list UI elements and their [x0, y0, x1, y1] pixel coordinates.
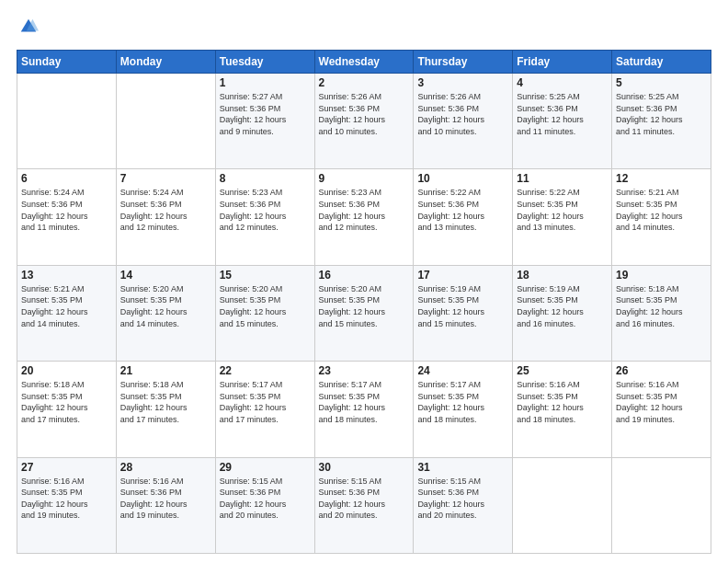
day-number: 17: [417, 269, 508, 282]
calendar-cell: 6Sunrise: 5:24 AM Sunset: 5:36 PM Daylig…: [17, 169, 117, 265]
calendar-cell: 23Sunrise: 5:17 AM Sunset: 5:35 PM Dayli…: [314, 362, 414, 457]
calendar-cell: 17Sunrise: 5:19 AM Sunset: 5:35 PM Dayli…: [414, 265, 513, 361]
day-info: Sunrise: 5:20 AM Sunset: 5:35 PM Dayligh…: [220, 283, 311, 329]
day-number: 9: [319, 172, 410, 185]
calendar-cell: 28Sunrise: 5:16 AM Sunset: 5:36 PM Dayli…: [116, 457, 215, 553]
day-info: Sunrise: 5:20 AM Sunset: 5:35 PM Dayligh…: [120, 283, 211, 329]
day-number: 25: [517, 364, 608, 377]
weekday-header-sunday: Sunday: [17, 51, 117, 74]
calendar-cell: 11Sunrise: 5:22 AM Sunset: 5:35 PM Dayli…: [513, 169, 612, 265]
day-info: Sunrise: 5:18 AM Sunset: 5:35 PM Dayligh…: [616, 283, 707, 329]
calendar-cell: 9Sunrise: 5:23 AM Sunset: 5:36 PM Daylig…: [314, 169, 414, 265]
calendar-header-row: SundayMondayTuesdayWednesdayThursdayFrid…: [17, 51, 711, 74]
calendar-cell: 1Sunrise: 5:27 AM Sunset: 5:36 PM Daylig…: [215, 74, 314, 169]
day-number: 19: [616, 269, 707, 282]
day-number: 1: [220, 76, 311, 89]
day-number: 18: [517, 269, 608, 282]
weekday-header-wednesday: Wednesday: [314, 51, 414, 74]
day-info: Sunrise: 5:16 AM Sunset: 5:35 PM Dayligh…: [616, 379, 707, 425]
calendar-cell: 3Sunrise: 5:26 AM Sunset: 5:36 PM Daylig…: [414, 74, 513, 169]
day-number: 11: [517, 172, 608, 185]
day-info: Sunrise: 5:27 AM Sunset: 5:36 PM Dayligh…: [220, 91, 311, 137]
calendar-week-row: 13Sunrise: 5:21 AM Sunset: 5:35 PM Dayli…: [17, 265, 711, 361]
calendar-cell: 24Sunrise: 5:17 AM Sunset: 5:35 PM Dayli…: [414, 362, 513, 457]
calendar-week-row: 27Sunrise: 5:16 AM Sunset: 5:35 PM Dayli…: [17, 457, 711, 553]
calendar-cell: 27Sunrise: 5:16 AM Sunset: 5:35 PM Dayli…: [17, 457, 117, 553]
day-number: 8: [220, 172, 311, 185]
day-number: 6: [21, 172, 112, 185]
day-number: 26: [616, 364, 707, 377]
day-number: 28: [120, 461, 211, 474]
calendar-cell: [17, 74, 117, 169]
calendar-table: SundayMondayTuesdayWednesdayThursdayFrid…: [17, 50, 711, 554]
calendar-cell: [116, 74, 215, 169]
calendar-cell: 8Sunrise: 5:23 AM Sunset: 5:36 PM Daylig…: [215, 169, 314, 265]
day-info: Sunrise: 5:19 AM Sunset: 5:35 PM Dayligh…: [417, 283, 508, 329]
day-number: 14: [120, 269, 211, 282]
day-info: Sunrise: 5:23 AM Sunset: 5:36 PM Dayligh…: [220, 187, 311, 233]
logo: [17, 17, 39, 40]
day-number: 4: [517, 76, 608, 89]
day-number: 12: [616, 172, 707, 185]
day-info: Sunrise: 5:21 AM Sunset: 5:35 PM Dayligh…: [616, 187, 707, 233]
calendar-cell: [513, 457, 612, 553]
calendar-cell: 29Sunrise: 5:15 AM Sunset: 5:36 PM Dayli…: [215, 457, 314, 553]
day-info: Sunrise: 5:25 AM Sunset: 5:36 PM Dayligh…: [616, 91, 707, 137]
day-info: Sunrise: 5:21 AM Sunset: 5:35 PM Dayligh…: [21, 283, 112, 329]
day-number: 21: [120, 364, 211, 377]
weekday-header-tuesday: Tuesday: [215, 51, 314, 74]
day-info: Sunrise: 5:16 AM Sunset: 5:35 PM Dayligh…: [21, 476, 112, 522]
day-number: 24: [417, 364, 508, 377]
calendar-cell: 5Sunrise: 5:25 AM Sunset: 5:36 PM Daylig…: [612, 74, 711, 169]
day-info: Sunrise: 5:24 AM Sunset: 5:36 PM Dayligh…: [21, 187, 112, 233]
day-number: 31: [417, 461, 508, 474]
calendar-cell: 10Sunrise: 5:22 AM Sunset: 5:36 PM Dayli…: [414, 169, 513, 265]
day-info: Sunrise: 5:20 AM Sunset: 5:35 PM Dayligh…: [319, 283, 410, 329]
day-number: 29: [220, 461, 311, 474]
day-info: Sunrise: 5:25 AM Sunset: 5:36 PM Dayligh…: [517, 91, 608, 137]
calendar-cell: 20Sunrise: 5:18 AM Sunset: 5:35 PM Dayli…: [17, 362, 117, 457]
day-info: Sunrise: 5:15 AM Sunset: 5:36 PM Dayligh…: [417, 476, 508, 522]
header: [17, 17, 711, 40]
weekday-header-saturday: Saturday: [612, 51, 711, 74]
day-number: 3: [417, 76, 508, 89]
calendar-cell: 25Sunrise: 5:16 AM Sunset: 5:35 PM Dayli…: [513, 362, 612, 457]
calendar-cell: [612, 457, 711, 553]
day-number: 2: [319, 76, 410, 89]
day-number: 23: [319, 364, 410, 377]
calendar-cell: 30Sunrise: 5:15 AM Sunset: 5:36 PM Dayli…: [314, 457, 414, 553]
calendar-cell: 4Sunrise: 5:25 AM Sunset: 5:36 PM Daylig…: [513, 74, 612, 169]
day-number: 22: [220, 364, 311, 377]
logo-icon: [18, 17, 39, 37]
calendar-cell: 16Sunrise: 5:20 AM Sunset: 5:35 PM Dayli…: [314, 265, 414, 361]
calendar-cell: 18Sunrise: 5:19 AM Sunset: 5:35 PM Dayli…: [513, 265, 612, 361]
day-info: Sunrise: 5:17 AM Sunset: 5:35 PM Dayligh…: [220, 379, 311, 425]
calendar-week-row: 1Sunrise: 5:27 AM Sunset: 5:36 PM Daylig…: [17, 74, 711, 169]
day-number: 7: [120, 172, 211, 185]
weekday-header-friday: Friday: [513, 51, 612, 74]
day-number: 16: [319, 269, 410, 282]
calendar-week-row: 6Sunrise: 5:24 AM Sunset: 5:36 PM Daylig…: [17, 169, 711, 265]
calendar-cell: 31Sunrise: 5:15 AM Sunset: 5:36 PM Dayli…: [414, 457, 513, 553]
day-number: 27: [21, 461, 112, 474]
day-number: 13: [21, 269, 112, 282]
calendar-cell: 19Sunrise: 5:18 AM Sunset: 5:35 PM Dayli…: [612, 265, 711, 361]
day-info: Sunrise: 5:26 AM Sunset: 5:36 PM Dayligh…: [417, 91, 508, 137]
page: SundayMondayTuesdayWednesdayThursdayFrid…: [0, 0, 728, 563]
day-number: 20: [21, 364, 112, 377]
weekday-header-thursday: Thursday: [414, 51, 513, 74]
day-number: 15: [220, 269, 311, 282]
day-info: Sunrise: 5:18 AM Sunset: 5:35 PM Dayligh…: [21, 379, 112, 425]
calendar-cell: 13Sunrise: 5:21 AM Sunset: 5:35 PM Dayli…: [17, 265, 117, 361]
calendar-cell: 7Sunrise: 5:24 AM Sunset: 5:36 PM Daylig…: [116, 169, 215, 265]
day-info: Sunrise: 5:22 AM Sunset: 5:35 PM Dayligh…: [517, 187, 608, 233]
day-info: Sunrise: 5:18 AM Sunset: 5:35 PM Dayligh…: [120, 379, 211, 425]
day-number: 10: [417, 172, 508, 185]
calendar-cell: 14Sunrise: 5:20 AM Sunset: 5:35 PM Dayli…: [116, 265, 215, 361]
day-info: Sunrise: 5:26 AM Sunset: 5:36 PM Dayligh…: [319, 91, 410, 137]
day-info: Sunrise: 5:17 AM Sunset: 5:35 PM Dayligh…: [417, 379, 508, 425]
day-info: Sunrise: 5:19 AM Sunset: 5:35 PM Dayligh…: [517, 283, 608, 329]
day-info: Sunrise: 5:15 AM Sunset: 5:36 PM Dayligh…: [220, 476, 311, 522]
day-info: Sunrise: 5:16 AM Sunset: 5:36 PM Dayligh…: [120, 476, 211, 522]
day-info: Sunrise: 5:15 AM Sunset: 5:36 PM Dayligh…: [319, 476, 410, 522]
